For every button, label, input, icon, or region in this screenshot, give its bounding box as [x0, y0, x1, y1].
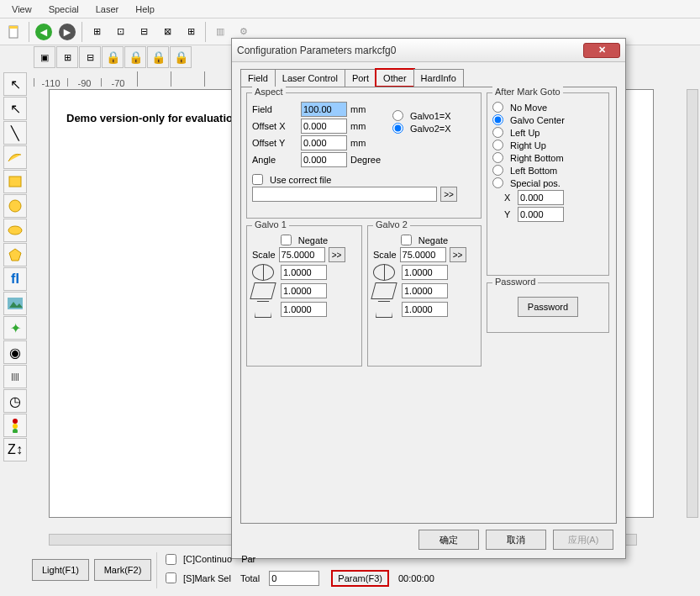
g2-v2-input[interactable]: [402, 283, 448, 298]
select-mode-icon[interactable]: ▣: [34, 46, 55, 68]
align-3-icon[interactable]: ⊟: [133, 21, 155, 43]
g2-v1-input[interactable]: [402, 265, 448, 280]
field-label: Field: [252, 104, 297, 114]
g2-para-icon: [373, 282, 395, 299]
galvo1-group: Galvo 1 Negate Scale>>: [246, 225, 362, 367]
g1-negate-checkbox[interactable]: [281, 235, 292, 245]
g2-negate-checkbox[interactable]: [401, 235, 412, 245]
node-tool-icon[interactable]: ↖: [3, 97, 27, 120]
tab-laser-control[interactable]: Laser Control: [275, 69, 345, 87]
galvo1x-radio[interactable]: [392, 110, 403, 121]
goto-rb-radio[interactable]: [492, 152, 503, 163]
goto-group: After Mark Goto No Move Galvo Center Lef…: [487, 92, 609, 276]
vertical-scrollbar[interactable]: [687, 89, 698, 518]
close-button[interactable]: ✕: [583, 43, 620, 58]
goto-center-radio[interactable]: [492, 114, 503, 125]
menubar: View Special Laser Help: [0, 0, 700, 18]
g1-v3-input[interactable]: [281, 302, 327, 317]
goto-ru-radio[interactable]: [492, 140, 503, 150]
align-2-icon[interactable]: ⊡: [109, 21, 131, 43]
tab-hardinfo[interactable]: HardInfo: [413, 69, 464, 87]
ungroup-icon[interactable]: ⊟: [79, 46, 101, 68]
light-tool-icon[interactable]: [3, 414, 27, 437]
pointer-tool-icon[interactable]: ↖: [3, 72, 27, 96]
rect-tool-icon[interactable]: [3, 170, 27, 193]
correct-file-input[interactable]: [252, 187, 437, 202]
tab-port[interactable]: Port: [345, 69, 376, 87]
angle-input[interactable]: [301, 152, 347, 167]
param-button[interactable]: Param(F3): [331, 570, 389, 587]
ellipse-tool-icon[interactable]: [3, 219, 27, 242]
lock1-icon[interactable]: 🔒: [102, 46, 124, 68]
field-input[interactable]: [301, 102, 347, 117]
total-input[interactable]: [269, 571, 319, 586]
apply-button[interactable]: 应用(A): [553, 530, 613, 550]
dialog-titlebar[interactable]: Configuration Parameters markcfg0 ✕: [232, 39, 625, 62]
image-tool-icon[interactable]: [3, 292, 27, 315]
forward-button[interactable]: ►: [56, 21, 78, 43]
timer-tool-icon[interactable]: ◷: [3, 389, 27, 413]
bottom-bar: Light(F1) Mark(F2) [C]Continuo Par [S]Ma…: [32, 551, 693, 589]
ok-button[interactable]: 确定: [418, 530, 479, 550]
text-tool-icon[interactable]: fI: [3, 267, 27, 291]
tab-other[interactable]: Other: [376, 69, 414, 87]
galvo2x-radio[interactable]: [392, 123, 403, 134]
g1-v1-input[interactable]: [281, 265, 327, 280]
goto-x-input[interactable]: [518, 190, 564, 205]
menu-help[interactable]: Help: [127, 3, 163, 16]
doc-icon[interactable]: [3, 21, 25, 43]
g2-v3-input[interactable]: [402, 302, 448, 317]
align-4-icon[interactable]: ⊠: [156, 21, 178, 43]
curve-tool-icon[interactable]: [3, 145, 27, 169]
g1-v2-input[interactable]: [281, 283, 327, 298]
goto-legend: After Mark Goto: [492, 87, 563, 97]
offsety-input[interactable]: [301, 135, 347, 150]
back-button[interactable]: ◄: [33, 21, 55, 43]
correct-file-browse-button[interactable]: >>: [440, 187, 457, 202]
svg-rect-1: [9, 26, 18, 29]
marksel-checkbox[interactable]: [166, 572, 176, 583]
lock2-icon[interactable]: 🔒: [124, 46, 146, 68]
g2-scale-input[interactable]: [400, 247, 446, 262]
g1-scale-next-button[interactable]: >>: [329, 247, 345, 262]
light-button[interactable]: Light(F1): [32, 559, 89, 581]
g2-circ-icon: [373, 264, 395, 281]
group-icon[interactable]: ⊞: [56, 46, 78, 68]
menu-laser[interactable]: Laser: [87, 3, 128, 16]
goto-lu-radio[interactable]: [492, 127, 503, 138]
hatch-tool-icon[interactable]: ✦: [3, 316, 27, 340]
mark-button[interactable]: Mark(F2): [94, 559, 151, 581]
z-tool-icon[interactable]: Z↕: [3, 438, 27, 462]
correct-file-checkbox[interactable]: [252, 174, 263, 185]
goto-sp-radio[interactable]: [492, 177, 503, 188]
lock3-icon[interactable]: 🔒: [147, 46, 169, 68]
svg-point-4: [8, 226, 22, 235]
menu-view[interactable]: View: [3, 3, 40, 16]
g2-scale-next-button[interactable]: >>: [450, 247, 466, 262]
watermark-text: Demo version-only for evaluation: [66, 112, 239, 124]
align-1-icon[interactable]: ⊞: [86, 21, 108, 43]
align-5-icon[interactable]: ⊞: [180, 21, 202, 43]
offsetx-input[interactable]: [301, 119, 347, 134]
menu-special[interactable]: Special: [40, 3, 87, 16]
continuo-checkbox[interactable]: [166, 554, 176, 565]
config-dialog: Configuration Parameters markcfg0 ✕ Fiel…: [231, 38, 626, 559]
line-tool-icon[interactable]: ╲: [3, 121, 27, 145]
goto-y-input[interactable]: [518, 207, 564, 222]
tab-field[interactable]: Field: [240, 69, 276, 87]
g1-scale-input[interactable]: [279, 247, 325, 262]
barcode-tool-icon[interactable]: ||||: [3, 365, 27, 388]
password-legend: Password: [492, 277, 538, 287]
circle-tool-icon[interactable]: [3, 194, 27, 218]
cancel-button[interactable]: 取消: [486, 530, 546, 550]
password-button[interactable]: Password: [518, 297, 578, 317]
svg-rect-2: [9, 177, 21, 187]
bars-icon[interactable]: ▥: [209, 21, 231, 43]
spiral-tool-icon[interactable]: ◉: [3, 340, 27, 364]
lock4-icon[interactable]: 🔒: [170, 46, 192, 68]
polygon-tool-icon[interactable]: [3, 243, 27, 266]
goto-lb-radio[interactable]: [492, 165, 503, 176]
g1-circ-icon: [252, 264, 274, 281]
g1-trap-icon: [252, 301, 274, 318]
goto-nomove-radio[interactable]: [492, 102, 503, 113]
